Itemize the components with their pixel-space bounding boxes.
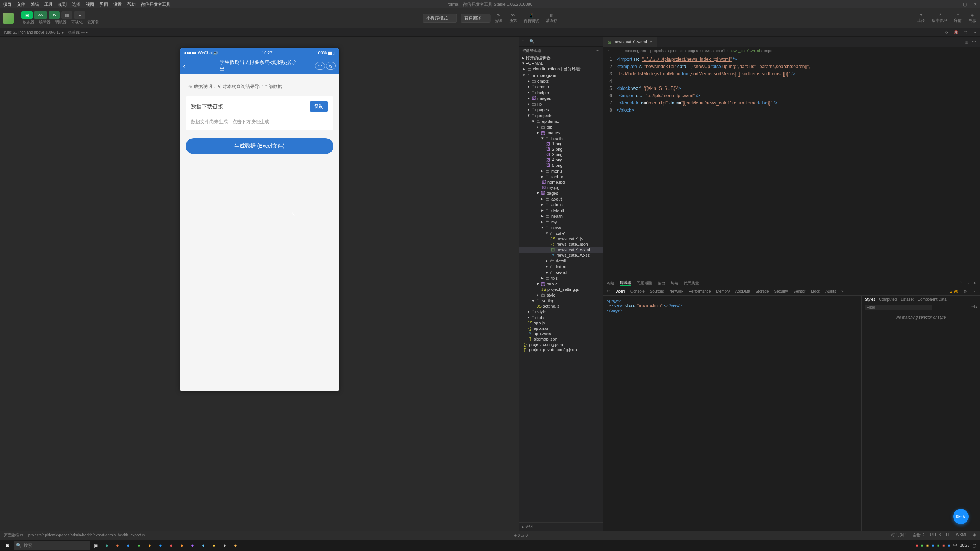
close-icon[interactable]: ✕ — [973, 2, 977, 7]
folder-node[interactable]: ▾ 🗀 cate1 — [519, 230, 603, 236]
file-tree[interactable]: ▸ 🗀 cloudfunctions | 当前环境: ...▾ 🗀 minipr… — [519, 66, 603, 522]
folder-node[interactable]: ▾ 🗀 health — [519, 135, 603, 141]
folder-node[interactable]: ▸ 🗀 search — [519, 269, 603, 275]
menu-settings[interactable]: 设置 — [113, 2, 122, 7]
folder-node[interactable]: ▾ 🗀 news — [519, 225, 603, 230]
file-node[interactable]: {} news_cate1.json — [519, 241, 603, 247]
dtb-settings-icon[interactable]: ⚙ — [964, 289, 967, 293]
st-dataset[interactable]: Dataset — [900, 297, 913, 302]
mode-simulator[interactable]: ▣ — [21, 11, 33, 19]
folder-node[interactable]: ▾ 🗀 miniprogram — [519, 72, 603, 78]
crumb-7[interactable]: import — [764, 49, 775, 53]
dtb-appdata[interactable]: AppData — [735, 289, 750, 293]
taskbar-app-9[interactable]: ● — [188, 540, 198, 550]
crumb-0[interactable]: miniprogram — [625, 49, 646, 53]
file-node[interactable]: JS app.js — [519, 320, 603, 326]
status-encoding[interactable]: UTF-8 — [930, 533, 941, 538]
file-node[interactable]: JS setting.js — [519, 303, 603, 309]
folder-node[interactable]: ▾ 🗀 epidemic — [519, 118, 603, 124]
crumb-3[interactable]: pages — [688, 49, 698, 53]
crumb-back-icon[interactable]: ← — [611, 49, 615, 53]
menu-project[interactable]: 项目 — [3, 2, 11, 7]
tray-icon-1[interactable]: ■ — [916, 543, 918, 548]
file-node[interactable]: 🖼 3.png — [519, 152, 603, 157]
device-icon[interactable]: ▢ — [964, 30, 967, 34]
menu-edit[interactable]: 编辑 — [31, 2, 39, 7]
taskbar-app-11[interactable]: ● — [209, 540, 219, 550]
folder-node[interactable]: ▸ 🗀 style — [519, 309, 603, 315]
folder-node[interactable]: ▾ 🖼 public — [519, 281, 603, 287]
folder-node[interactable]: ▸ 🗀 style — [519, 292, 603, 298]
dt-inspect-icon[interactable]: ⬚ — [607, 289, 610, 293]
generate-button[interactable]: 生成数据 (Excel文件) — [186, 138, 333, 154]
select-compile-mode[interactable]: 普通编译 — [461, 14, 491, 23]
file-node[interactable]: # app.wxss — [519, 331, 603, 336]
crumb-5[interactable]: cate1 — [716, 49, 725, 53]
menu-tools[interactable]: 工具 — [44, 2, 53, 7]
folder-node[interactable]: ▸ 🗀 cmpts — [519, 78, 603, 84]
tray-icon-2[interactable]: ■ — [921, 543, 923, 548]
dtb-sources[interactable]: Sources — [650, 289, 664, 293]
taskbar-app-12[interactable]: ● — [220, 540, 230, 550]
styles-filter-input[interactable] — [865, 305, 932, 310]
tray-icon-5[interactable]: ■ — [937, 543, 939, 548]
folder-node[interactable]: ▸ 🗀 pages — [519, 107, 603, 112]
tray-up-icon[interactable]: ˄ — [911, 543, 913, 548]
taskbar-app-6[interactable]: ● — [155, 540, 165, 550]
editor-more-icon[interactable]: ⋯ — [972, 39, 976, 44]
dtb-warnings[interactable]: ▲ 90 — [949, 289, 958, 293]
st-component[interactable]: Component Data — [918, 297, 947, 302]
dt-collapse-icon[interactable]: ⌃ — [959, 281, 962, 285]
upload-icon[interactable]: ⇧ — [920, 13, 923, 17]
folder-node[interactable]: ▸ 🗀 biz — [519, 124, 603, 130]
crumb-fwd-icon[interactable]: → — [617, 49, 621, 53]
dtb-audits[interactable]: Audits — [825, 289, 836, 293]
maximize-icon[interactable]: ▢ — [963, 2, 967, 7]
task-view-icon[interactable]: ▣ — [91, 540, 101, 550]
select-app-mode[interactable]: 小程序模式 — [423, 14, 457, 23]
taskbar-app-10[interactable]: ● — [198, 540, 208, 550]
clear-cache-icon[interactable]: 🗑 — [549, 13, 554, 18]
cls-toggle[interactable]: :cls — [971, 305, 977, 309]
file-node[interactable]: {} app.json — [519, 326, 603, 331]
file-node[interactable]: {} project.private.config.json — [519, 347, 603, 352]
menu-help[interactable]: 帮助 — [127, 2, 136, 7]
status-eol[interactable]: LF — [946, 533, 951, 538]
mode-editor[interactable]: </> — [34, 11, 47, 19]
dtb-network[interactable]: Network — [669, 289, 683, 293]
dtb-performance[interactable]: Performance — [689, 289, 710, 293]
split-icon[interactable]: ▥ — [964, 39, 968, 44]
start-button[interactable]: ⊞ — [2, 540, 13, 550]
tray-notifications-icon[interactable]: ▢ — [973, 543, 976, 548]
breadcrumb[interactable]: ⌂ ← → · miniprogram› projects› epidemic›… — [603, 47, 980, 54]
dt-tab-debugger[interactable]: 调试器 — [620, 280, 631, 286]
add-style-icon[interactable]: + — [966, 305, 968, 309]
dt-tab-problems[interactable]: 问题 90 — [637, 280, 652, 286]
folder-node[interactable]: ▸ 🗀 tpls — [519, 275, 603, 281]
st-styles[interactable]: Styles — [865, 297, 875, 302]
file-node[interactable]: # news_cate1.wxss — [519, 253, 603, 258]
dtb-console[interactable]: Console — [630, 289, 645, 293]
explorer-tab-icon[interactable]: 🗀 — [521, 39, 526, 44]
dtb-more-icon[interactable]: » — [841, 289, 844, 293]
dtb-storage[interactable]: Storage — [755, 289, 769, 293]
dtb-wxml[interactable]: Wxml — [616, 289, 625, 293]
copy-button[interactable]: 复制 — [310, 101, 328, 112]
folder-node[interactable]: ▸ 🗀 my — [519, 219, 603, 225]
folder-node[interactable]: ▸ 🗀 admin — [519, 202, 603, 207]
avatar[interactable] — [3, 13, 14, 24]
folder-node[interactable]: ▸ 🗀 menu — [519, 168, 603, 174]
dtb-mock[interactable]: Mock — [811, 289, 820, 293]
dtb-sensor[interactable]: Sensor — [794, 289, 806, 293]
file-node[interactable]: 🖼 home.jpg — [519, 179, 603, 185]
dt-tab-quality[interactable]: 代码质量 — [684, 280, 699, 286]
dtb-security[interactable]: Security — [774, 289, 788, 293]
tray-icon-7[interactable]: ■ — [948, 543, 950, 548]
st-computed[interactable]: Computed — [879, 297, 897, 302]
status-page-path[interactable]: projects/epidemic/pages/admin/health/exp… — [28, 533, 145, 538]
minimize-icon[interactable]: — — [952, 2, 956, 7]
menu-ui[interactable]: 界面 — [100, 2, 108, 7]
status-indent[interactable]: 空格: 2 — [913, 533, 924, 538]
file-node[interactable]: JS project_setting.js — [519, 287, 603, 292]
menu-view[interactable]: 视图 — [86, 2, 94, 7]
